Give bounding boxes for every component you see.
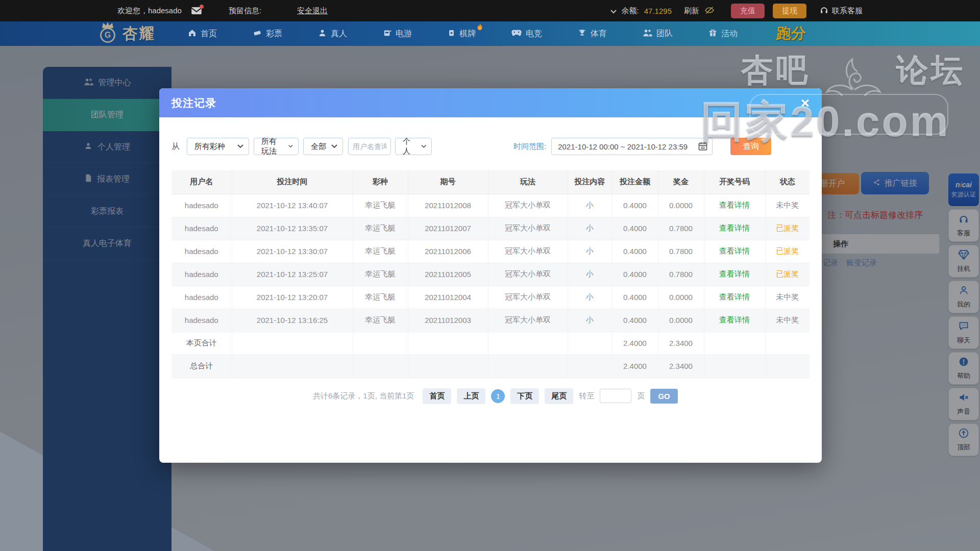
nav-item-esports[interactable]: 电竞 [511,29,542,39]
status-cell: 未中奖 [765,194,810,217]
nav-label: 棋牌 [459,29,476,39]
table-row: hadesado2021-10-12 13:40:07幸运飞艇202110120… [172,194,810,217]
nav-item-promos[interactable]: 活动 [708,29,738,39]
col-header[interactable]: 投注金额 [612,170,658,194]
go-button[interactable]: GO [650,389,677,404]
cell [765,355,810,378]
chevron-down-icon[interactable] [610,7,617,15]
nav-item-home[interactable]: 首页 [188,29,217,39]
cell [232,355,353,378]
view-detail-link[interactable]: 查看详情 [719,201,750,209]
total-row: 总合计2.40002.3400 [172,355,810,378]
col-header[interactable]: 投注时间 [232,170,353,194]
headset-icon [820,6,828,16]
cell: 0.4000 [612,263,658,286]
cell: 小 [568,309,612,332]
view-detail-link[interactable]: 查看详情 [719,315,750,324]
nav-item-live[interactable]: 真人 [318,29,347,39]
col-header[interactable]: 期号 [408,170,488,194]
current-page-badge[interactable]: 1 [491,389,505,403]
cell: 0.4000 [612,194,658,217]
modal-header: 投注记录 × [159,88,822,117]
table-row: hadesado2021-10-12 13:30:07幸运飞艇202110120… [172,240,810,263]
table-row: hadesado2021-10-12 13:25:07幸运飞艇202110120… [172,263,810,286]
col-header[interactable]: 彩种 [353,170,408,194]
next-page-button[interactable]: 下页 [510,388,539,404]
cell: 查看详情 [704,309,765,332]
cell: 幸运飞艇 [353,286,408,309]
cell: 冠军大小单双 [488,194,568,217]
time-range-input[interactable] [551,138,713,155]
view-detail-link[interactable]: 查看详情 [719,246,750,255]
from-label: 从 [172,141,180,152]
view-detail-link[interactable]: 查看详情 [719,269,750,278]
nav-item-lottery[interactable]: 彩票 [253,29,282,39]
cell [353,355,408,378]
cell: 冠军大小单双 [488,217,568,240]
cell: hadesado [172,309,232,332]
eye-off-icon[interactable] [704,6,715,16]
recharge-button[interactable]: 充值 [731,4,765,18]
play-type-select[interactable]: 所有玩法 [254,138,299,155]
filter-bar: 从 所有彩种 所有玩法 全部 个人 时间范围: [172,138,810,155]
welcome-text: 欢迎您，hadesado [117,6,182,16]
status-cell: 未中奖 [765,309,810,332]
nav-item-paofen[interactable]: 跑分 [775,23,807,44]
pagination: 共计6条记录，1页, 当前第1页 首页 上页 1 下页 尾页 转至 页 GO [313,388,810,404]
view-detail-link[interactable]: 查看详情 [719,292,750,301]
logout-link[interactable]: 安全退出 [297,6,328,16]
cell: 20211012008 [408,194,488,217]
col-header[interactable]: 玩法 [488,170,568,194]
col-header[interactable]: 奖金 [658,170,704,194]
chevron-down-icon [421,144,426,148]
withdraw-button[interactable]: 提现 [773,4,806,18]
status-filter-select[interactable]: 全部 [303,138,343,155]
cell [765,332,810,355]
nav-item-team[interactable]: 团队 [643,29,673,39]
cell: 2021-10-12 13:30:07 [232,240,353,263]
brand-logo[interactable]: G 杏耀 [100,23,155,44]
col-header[interactable]: 用户名 [172,170,232,194]
cell: 2.3400 [658,355,704,378]
col-header[interactable]: 投注内容 [568,170,612,194]
username-search-input[interactable] [348,138,391,155]
contact-support-label: 联系客服 [832,6,863,16]
cell: 小 [568,194,612,217]
top-bar: 欢迎您，hadesado 预留信息: 安全退出 余额: 47.1295 刷新 充… [0,0,980,21]
nav-label: 体育 [591,29,607,39]
cell [568,355,612,378]
cell: 冠军大小单双 [488,263,568,286]
view-detail-link[interactable]: 查看详情 [719,223,750,232]
goto-page-input[interactable] [600,389,631,403]
close-icon[interactable]: × [800,95,810,111]
refresh-button[interactable]: 刷新 [684,6,699,16]
scope-select[interactable]: 个人 [395,138,432,155]
prev-page-button[interactable]: 上页 [457,388,485,404]
col-header[interactable]: 开奖号码 [704,170,765,194]
lottery-type-select[interactable]: 所有彩种 [187,138,249,155]
calendar-icon[interactable] [698,141,708,154]
table-row: hadesado2021-10-12 13:16:25幸运飞艇202110120… [172,309,810,332]
nav-item-slots[interactable]: 电游 [383,29,412,39]
search-button[interactable]: 查询 [730,138,771,155]
cell [353,332,408,355]
page: 欢迎您，hadesado 预留信息: 安全退出 余额: 47.1295 刷新 充… [0,0,980,551]
pagination-summary: 共计6条记录，1页, 当前第1页 [313,391,414,401]
cell: 2021-10-12 13:25:07 [232,263,353,286]
col-header[interactable]: 状态 [765,170,810,194]
cell: 冠军大小单双 [488,309,568,332]
cell: 小 [568,263,612,286]
total-label: 本页合计 [172,332,232,355]
cell: 查看详情 [704,240,765,263]
nav-label: 电游 [396,29,412,39]
mail-icon[interactable] [191,7,202,15]
cell [704,332,765,355]
cell: 0.4000 [612,309,658,332]
cell: 幸运飞艇 [353,263,408,286]
last-page-button[interactable]: 尾页 [545,388,573,404]
nav-item-cards[interactable]: 棋牌 [448,29,476,39]
status-cell: 未中奖 [765,286,810,309]
first-page-button[interactable]: 首页 [423,388,451,404]
contact-support-button[interactable]: 联系客服 [820,6,863,16]
nav-item-sports[interactable]: 体育 [578,29,607,39]
